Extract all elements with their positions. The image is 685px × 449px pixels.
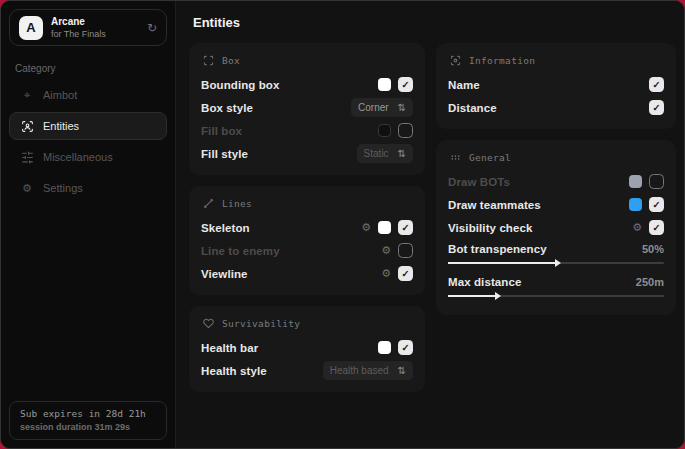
row-health-style: Health style Health based ⇅ [201,359,413,382]
row-draw-bots: Draw BOTs [448,170,664,193]
panel-header-label: Box [222,55,240,66]
sidebar-item-label: Entities [43,120,79,132]
row-name: Name ✓ [448,73,664,96]
distance-checkbox[interactable]: ✓ [649,100,664,115]
fill-box-checkbox[interactable] [398,123,413,138]
fill-style-dropdown[interactable]: Static ⇅ [357,144,413,163]
bot-transparency-slider[interactable] [448,259,664,268]
app-title: Arcane [51,16,106,27]
sidebar-item-aimbot[interactable]: ⌖ Aimbot [9,81,167,109]
dropdown-value: Static [364,148,389,159]
box-icon [201,55,215,66]
slider-fill [448,262,556,264]
main-content: Entities Box B [176,1,685,448]
chevrons-up-down-icon: ⇅ [398,365,406,376]
row-label: Bounding box [201,79,280,91]
row-bot-transparency: Bot transpenency 50% [448,239,664,259]
slider-fill [448,295,496,297]
entities-icon [20,120,34,133]
page-title: Entities [193,15,676,30]
visibility-check-checkbox[interactable]: ✓ [649,220,664,235]
row-label: Distance [448,102,497,114]
sidebar-item-label: Aimbot [43,89,77,101]
panel-survivability: Survivability Health bar ✓ Health style … [189,306,425,392]
color-swatch[interactable] [378,341,391,354]
category-label: Category [15,63,161,74]
row-line-to-enemy: Line to enemy ⚙ [201,239,413,262]
panel-information: Information Name ✓ Distance ✓ [436,43,676,129]
bounding-box-checkbox[interactable]: ✓ [398,77,413,92]
panel-box: Box Bounding box ✓ Box style Corner [189,43,425,175]
sub-expires-text: Sub expires in 28d 21h [20,408,156,419]
dropdown-value: Corner [358,102,389,113]
gear-icon[interactable]: ⚙ [381,267,391,280]
box-style-dropdown[interactable]: Corner ⇅ [351,98,413,117]
row-label: Bot transpenency [448,243,547,255]
panel-header-label: Lines [222,198,252,209]
color-swatch[interactable] [378,124,391,137]
row-bounding-box: Bounding box ✓ [201,73,413,96]
row-label: Visibility check [448,222,533,234]
color-swatch[interactable] [378,221,391,234]
row-distance: Distance ✓ [448,96,664,119]
gear-icon[interactable]: ⚙ [361,221,371,234]
color-swatch[interactable] [629,175,642,188]
heart-icon [201,318,215,329]
row-fill-style: Fill style Static ⇅ [201,142,413,165]
panel-general: General Draw BOTs Draw teammates ✓ [436,140,676,315]
slider-thumb[interactable] [495,292,501,300]
crosshair-icon: ⌖ [20,89,34,102]
panel-header-label: Survivability [222,318,300,329]
sidebar-item-entities[interactable]: Entities [9,112,167,140]
gear-icon: ⚙ [20,182,34,195]
chevrons-up-down-icon: ⇅ [398,148,406,159]
refresh-icon[interactable]: ↻ [147,21,157,35]
name-checkbox[interactable]: ✓ [649,77,664,92]
row-label: Skeleton [201,222,250,234]
health-style-dropdown[interactable]: Health based ⇅ [323,361,413,380]
panel-header-label: General [469,152,511,163]
row-visibility-check: Visibility check ⚙ ✓ [448,216,664,239]
information-icon [448,55,462,66]
slider-value: 50% [642,243,664,255]
row-label: Health style [201,365,267,377]
dropdown-value: Health based [330,365,389,376]
gear-icon[interactable]: ⚙ [632,221,642,234]
row-viewline: Viewline ⚙ ✓ [201,262,413,285]
row-max-distance: Max distance 250m [448,272,664,292]
row-health-bar: Health bar ✓ [201,336,413,359]
slider-value: 250m [636,276,664,288]
row-label: Draw BOTs [448,176,510,188]
row-fill-box: Fill box [201,119,413,142]
sidebar-item-settings[interactable]: ⚙ Settings [9,174,167,202]
gear-icon[interactable]: ⚙ [381,244,391,257]
lines-icon [201,198,215,209]
row-label: Health bar [201,342,258,354]
color-swatch[interactable] [629,198,642,211]
row-skeleton: Skeleton ⚙ ✓ [201,216,413,239]
sidebar: A Arcane for The Finals ↻ Category ⌖ Aim… [1,1,176,448]
row-label: Box style [201,102,253,114]
row-draw-teammates: Draw teammates ✓ [448,193,664,216]
draw-teammates-checkbox[interactable]: ✓ [649,197,664,212]
health-bar-checkbox[interactable]: ✓ [398,340,413,355]
row-label: Fill style [201,148,248,160]
chevrons-up-down-icon: ⇅ [398,102,406,113]
subscription-info-card: Sub expires in 28d 21h session duration … [9,401,167,440]
max-distance-slider[interactable] [448,292,664,301]
sidebar-item-miscellaneous[interactable]: Miscellaneous [9,143,167,171]
color-swatch[interactable] [378,78,391,91]
row-box-style: Box style Corner ⇅ [201,96,413,119]
slider-thumb[interactable] [555,259,561,267]
panel-lines: Lines Skeleton ⚙ ✓ Line to enemy ⚙ [189,186,425,295]
row-label: Max distance [448,276,521,288]
line-to-enemy-checkbox[interactable] [398,243,413,258]
app-window: A Arcane for The Finals ↻ Category ⌖ Aim… [0,0,685,449]
skeleton-checkbox[interactable]: ✓ [398,220,413,235]
sidebar-item-label: Miscellaneous [43,151,113,163]
row-label: Line to enemy [201,245,280,257]
viewline-checkbox[interactable]: ✓ [398,266,413,281]
app-subtitle: for The Finals [51,29,106,39]
sidebar-nav: ⌖ Aimbot Entities [1,81,175,202]
draw-bots-checkbox[interactable] [649,174,664,189]
